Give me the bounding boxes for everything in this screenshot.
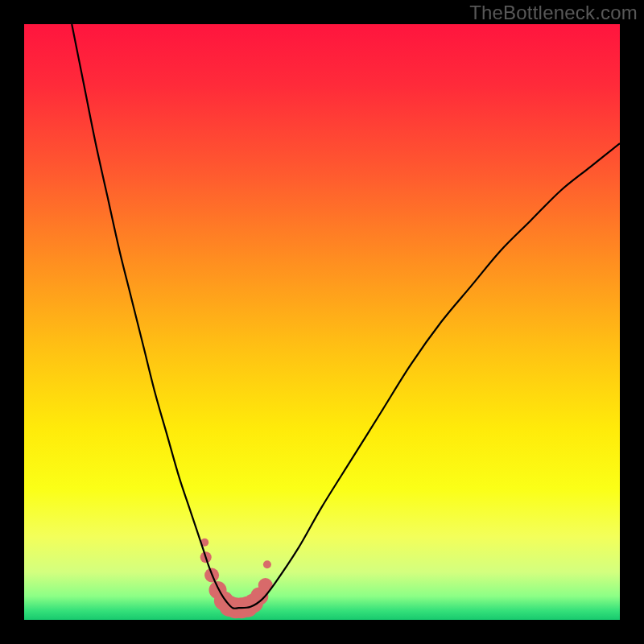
highlight-marker-end: [263, 560, 271, 568]
bottleneck-chart: [24, 24, 620, 620]
watermark-text: TheBottleneck.com: [469, 2, 638, 24]
chart-background: [24, 24, 620, 620]
chart-frame: [24, 24, 620, 620]
